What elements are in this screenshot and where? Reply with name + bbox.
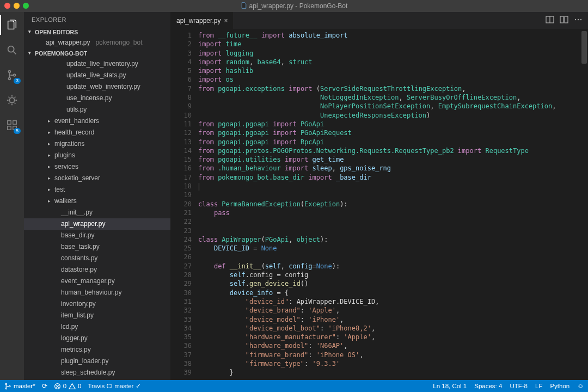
activity-scm[interactable]: 3 xyxy=(0,65,24,85)
svg-point-4 xyxy=(9,97,14,102)
status-encoding[interactable]: UTF-8 xyxy=(510,383,528,389)
file-item[interactable]: use_incense.py xyxy=(24,93,170,104)
activity-extensions[interactable]: 5 xyxy=(0,115,24,135)
folder-item[interactable]: plugins xyxy=(24,150,170,161)
section-workspace[interactable]: POKEMONGO-BOT xyxy=(24,48,170,58)
folder-item[interactable]: migrations xyxy=(24,138,170,150)
editor-layout-icon[interactable] xyxy=(560,15,568,26)
file-item[interactable]: datastore.py xyxy=(24,264,170,275)
sidebar-title: EXPLORER xyxy=(24,12,170,27)
statusbar: master* ⟳ 0 0 Travis CI master ✓ Ln 18, … xyxy=(0,380,588,392)
editor-area: api_wrapper.py × 12345678910111213141516… xyxy=(171,12,588,380)
title-file-icon xyxy=(241,2,247,10)
file-item[interactable]: item_list.py xyxy=(24,310,170,321)
file-item[interactable]: inventory.py xyxy=(24,298,170,310)
folder-item[interactable]: socketio_server xyxy=(24,173,170,184)
window-close-button[interactable] xyxy=(4,3,10,9)
file-item[interactable]: base_task.py xyxy=(24,241,170,253)
line-number-gutter: 1234567891011121314151617181920212223242… xyxy=(171,29,198,380)
open-editor-item[interactable]: api_wrapper.py pokemongo_bot xyxy=(24,37,170,48)
tab-bar: api_wrapper.py × xyxy=(171,12,588,29)
file-item[interactable]: update_web_inventory.py xyxy=(24,81,170,93)
svg-rect-11 xyxy=(565,16,568,23)
svg-point-1 xyxy=(9,71,11,73)
svg-point-12 xyxy=(575,19,576,20)
window-maximize-button[interactable] xyxy=(23,3,29,9)
status-problems[interactable]: 0 0 xyxy=(54,383,82,390)
status-position[interactable]: Ln 18, Col 1 xyxy=(433,383,467,389)
svg-point-15 xyxy=(5,383,7,384)
status-branch[interactable]: master* xyxy=(4,383,35,390)
file-item[interactable]: event_manager.py xyxy=(24,275,170,287)
folder-item[interactable]: services xyxy=(24,161,170,173)
file-dir: pokemongo_bot xyxy=(95,38,142,47)
svg-point-16 xyxy=(5,388,7,389)
window-title: api_wrapper.py - PokemonGo-Bot xyxy=(249,2,348,10)
folder-item[interactable]: walkers xyxy=(24,195,170,207)
activity-explorer[interactable] xyxy=(0,15,24,35)
file-item[interactable]: logger.py xyxy=(24,333,170,344)
tab-api-wrapper[interactable]: api_wrapper.py × xyxy=(171,12,234,29)
svg-rect-5 xyxy=(8,121,11,124)
svg-rect-7 xyxy=(8,126,11,130)
svg-rect-10 xyxy=(560,16,564,23)
activity-search[interactable] xyxy=(0,40,24,60)
activity-debug[interactable] xyxy=(0,90,24,110)
status-language[interactable]: Python xyxy=(550,383,569,389)
file-item[interactable]: plugin_loader.py xyxy=(24,356,170,367)
file-item[interactable]: lcd.py xyxy=(24,321,170,333)
file-item[interactable]: api_wrapper.py xyxy=(24,218,170,230)
section-open-editors[interactable]: OPEN EDITORS xyxy=(24,27,170,37)
svg-point-0 xyxy=(8,46,14,52)
tab-close-icon[interactable]: × xyxy=(224,17,228,24)
folder-item[interactable]: health_record xyxy=(24,127,170,138)
extensions-badge: 5 xyxy=(14,128,21,134)
activity-bar: 3 5 xyxy=(0,12,24,380)
folder-item[interactable]: test xyxy=(24,184,170,195)
status-sync-icon[interactable]: ⟳ xyxy=(42,382,47,390)
more-actions-icon[interactable] xyxy=(574,15,583,26)
editor-scrollbar[interactable] xyxy=(581,31,587,64)
file-item[interactable]: human_behaviour.py xyxy=(24,287,170,298)
file-item[interactable]: utils.py xyxy=(24,104,170,115)
status-ci[interactable]: Travis CI master ✓ xyxy=(88,382,140,390)
file-item[interactable]: sleep_schedule.py xyxy=(24,367,170,378)
svg-point-14 xyxy=(580,19,581,20)
file-item[interactable]: tree_config_builder.py xyxy=(24,378,170,380)
scm-badge: 3 xyxy=(14,78,21,84)
file-name: api_wrapper.py xyxy=(46,38,90,47)
explorer-sidebar: EXPLORER OPEN EDITORS api_wrapper.py pok… xyxy=(24,12,171,380)
status-feedback-icon[interactable]: ☺ xyxy=(577,383,584,389)
svg-rect-6 xyxy=(13,121,16,124)
status-indent[interactable]: Spaces: 4 xyxy=(474,383,502,389)
window-minimize-button[interactable] xyxy=(14,3,20,9)
folder-item[interactable]: event_handlers xyxy=(24,115,170,127)
file-item[interactable]: __init__.py xyxy=(24,207,170,218)
file-item[interactable]: base_dir.py xyxy=(24,230,170,241)
file-item[interactable]: constants.py xyxy=(24,253,170,264)
file-item[interactable]: update_live_stats.py xyxy=(24,70,170,81)
file-item[interactable]: metrics.py xyxy=(24,344,170,356)
window-titlebar: api_wrapper.py - PokemonGo-Bot xyxy=(0,0,588,12)
svg-point-17 xyxy=(9,385,10,387)
svg-point-13 xyxy=(578,19,579,20)
split-editor-icon[interactable] xyxy=(546,15,554,26)
status-eol[interactable]: LF xyxy=(535,383,542,389)
file-item[interactable]: update_live_inventory.py xyxy=(24,58,170,70)
code-editor[interactable]: 1234567891011121314151617181920212223242… xyxy=(171,29,588,380)
svg-point-2 xyxy=(9,78,11,80)
tab-label: api_wrapper.py xyxy=(176,17,220,24)
svg-point-3 xyxy=(14,74,16,76)
